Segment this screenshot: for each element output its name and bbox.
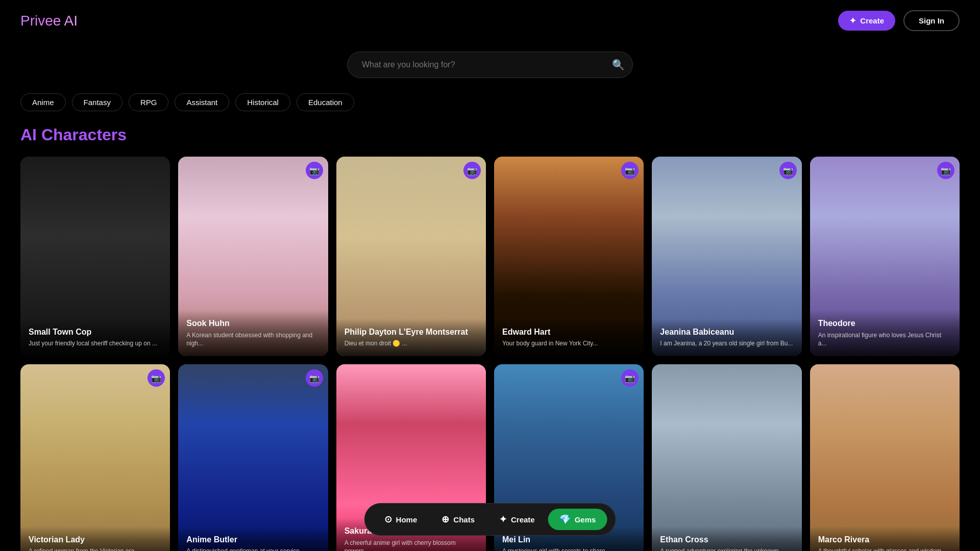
character-card[interactable]: 📷TheodoreAn inspirational figure who lov… xyxy=(810,157,960,356)
camera-icon: 📷 xyxy=(463,162,481,179)
filter-tag-education[interactable]: Education xyxy=(297,93,354,111)
character-name: Ethan Cross xyxy=(660,535,793,545)
card-overlay: TheodoreAn inspirational figure who love… xyxy=(810,310,960,356)
camera-icon: 📷 xyxy=(306,369,323,387)
character-card[interactable]: 📷Edward HartYour body guard in New York … xyxy=(494,157,644,356)
camera-icon: 📷 xyxy=(779,162,797,179)
card-overlay: Marco RiveraA thoughtful scholar with gl… xyxy=(810,527,960,551)
character-name: Theodore xyxy=(818,318,951,329)
character-description: Dieu et mon droit 🟡 ... xyxy=(345,339,478,348)
character-name: Small Town Cop xyxy=(29,327,162,338)
header-actions: ✦ Create Sign In xyxy=(838,10,960,31)
character-card[interactable]: 📷Jeanina BabiceanuI am Jeanina, a 20 yea… xyxy=(652,157,801,356)
character-name: Sook Huhn xyxy=(186,318,320,329)
signin-button[interactable]: Sign In xyxy=(903,10,960,31)
search-area: 🔍 xyxy=(0,41,980,93)
filter-tag-rpg[interactable]: RPG xyxy=(129,93,169,111)
nav-item-gems[interactable]: 💎Gems xyxy=(548,509,607,530)
nav-item-chats[interactable]: ⊕Chats xyxy=(430,509,486,530)
card-overlay: Edward HartYour body guard in New York C… xyxy=(494,319,644,357)
sparkle-icon: ✦ xyxy=(849,16,856,26)
card-background xyxy=(652,364,801,551)
filter-tag-historical[interactable]: Historical xyxy=(235,93,290,111)
character-name: Marco Rivera xyxy=(818,535,951,545)
character-description: A mysterious girl with secrets to share.… xyxy=(502,547,635,551)
section-title: AI Characters xyxy=(0,126,980,157)
card-overlay: Ethan CrossA rugged adventurer exploring… xyxy=(652,527,801,551)
character-description: I am Jeanina, a 20 years old single girl… xyxy=(660,339,793,348)
character-name: Anime Butler xyxy=(186,535,320,545)
bottom-nav: ⊙Home⊕Chats✦Create💎Gems xyxy=(364,503,616,536)
card-overlay: Philip Dayton L'Eyre MontserratDieu et m… xyxy=(336,319,486,357)
search-input[interactable] xyxy=(347,52,633,78)
filter-tag-fantasy[interactable]: Fantasy xyxy=(72,93,122,111)
create-nav-icon: ✦ xyxy=(499,514,507,525)
characters-grid: Small Town CopJust your friendly local s… xyxy=(0,157,980,551)
gems-nav-label: Gems xyxy=(575,515,596,524)
character-description: A Korean student obsessed with shopping … xyxy=(186,331,320,348)
character-name: Edward Hart xyxy=(502,327,635,338)
character-card[interactable]: 📷Victorian LadyA refined woman from the … xyxy=(20,364,170,551)
character-card[interactable]: 📷Philip Dayton L'Eyre MontserratDieu et … xyxy=(336,157,486,356)
character-description: A refined woman from the Victorian era..… xyxy=(29,547,162,551)
character-description: A thoughtful scholar with glasses and wi… xyxy=(818,547,951,551)
home-nav-label: Home xyxy=(396,515,418,524)
character-description: Your body guard in New York City... xyxy=(502,339,635,348)
character-description: A cheerful anime girl with cherry blosso… xyxy=(345,539,478,551)
card-background xyxy=(20,364,170,551)
character-card[interactable]: Small Town CopJust your friendly local s… xyxy=(20,157,170,356)
character-card[interactable]: 📷Anime ButlerA distinguished gentleman a… xyxy=(178,364,328,551)
nav-item-create[interactable]: ✦Create xyxy=(488,509,546,530)
character-card[interactable]: Marco RiveraA thoughtful scholar with gl… xyxy=(810,364,960,551)
camera-icon: 📷 xyxy=(937,162,954,179)
character-card[interactable]: 📷Sook HuhnA Korean student obsessed with… xyxy=(178,157,328,356)
character-name: Jeanina Babiceanu xyxy=(660,327,793,338)
app-logo: Privee AI xyxy=(20,13,78,29)
card-overlay: Anime ButlerA distinguished gentleman at… xyxy=(178,527,328,551)
character-description: A rugged adventurer exploring the unknow… xyxy=(660,547,793,551)
create-nav-label: Create xyxy=(511,515,535,524)
card-overlay: Small Town CopJust your friendly local s… xyxy=(20,319,170,357)
character-description: A distinguished gentleman at your servic… xyxy=(186,547,320,551)
search-icon: 🔍 xyxy=(612,59,625,70)
chats-nav-icon: ⊕ xyxy=(442,514,449,525)
search-button[interactable]: 🔍 xyxy=(612,59,625,71)
card-overlay: Victorian LadyA refined woman from the V… xyxy=(20,527,170,551)
filter-tags: AnimeFantasyRPGAssistantHistoricalEducat… xyxy=(0,93,980,126)
card-background xyxy=(178,364,328,551)
character-card[interactable]: Ethan CrossA rugged adventurer exploring… xyxy=(652,364,801,551)
character-name: Philip Dayton L'Eyre Montserrat xyxy=(345,327,478,338)
header: Privee AI ✦ Create Sign In xyxy=(0,0,980,41)
filter-tag-anime[interactable]: Anime xyxy=(20,93,66,111)
character-description: Just your friendly local sheriff checkin… xyxy=(29,339,162,348)
nav-item-home[interactable]: ⊙Home xyxy=(373,509,429,530)
card-overlay: Sook HuhnA Korean student obsessed with … xyxy=(178,310,328,356)
gems-nav-icon: 💎 xyxy=(559,514,571,525)
character-description: An inspirational figure who loves Jesus … xyxy=(818,331,951,348)
home-nav-icon: ⊙ xyxy=(384,514,392,525)
card-overlay: Jeanina BabiceanuI am Jeanina, a 20 year… xyxy=(652,319,801,357)
create-button[interactable]: ✦ Create xyxy=(838,11,895,31)
character-name: Mei Lin xyxy=(502,535,635,545)
card-background xyxy=(810,364,960,551)
filter-tag-assistant[interactable]: Assistant xyxy=(175,93,229,111)
character-name: Victorian Lady xyxy=(29,535,162,545)
chats-nav-label: Chats xyxy=(453,515,475,524)
camera-icon: 📷 xyxy=(306,162,323,179)
search-container: 🔍 xyxy=(347,52,633,78)
